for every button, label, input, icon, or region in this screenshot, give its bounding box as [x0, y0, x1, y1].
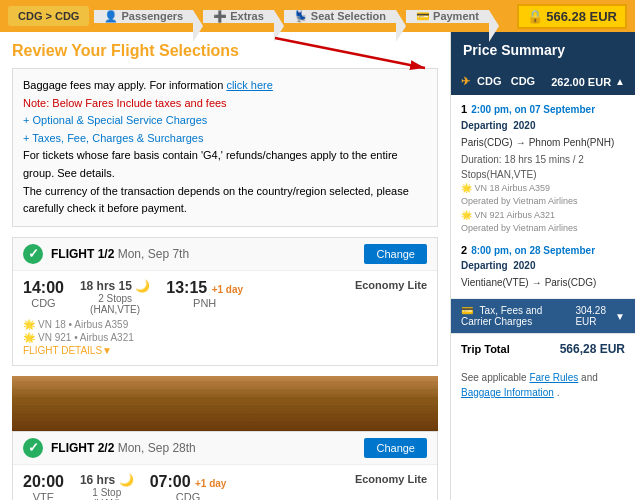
note-surcharges[interactable]: + Taxes, Fee, Charges & Surcharges — [23, 130, 427, 148]
flight-card-2-header: ✓ FLIGHT 2/2 Mon, Sep 28th Change — [13, 432, 437, 465]
nav-step-seat[interactable]: 💺 Seat Selection — [284, 10, 396, 23]
bg-strip-1 — [12, 376, 438, 431]
duration-1: 18 hrs 15 🌙 2 Stops (HAN,VTE) — [80, 279, 150, 315]
fare-type-1: Economy Lite — [355, 279, 427, 291]
arrive-time-2: 07:00 +1 day CDG — [150, 473, 227, 500]
flight-card-1-header: ✓ FLIGHT 1/2 Mon, Sep 7th Change — [13, 238, 437, 271]
expand-tax-arrow[interactable]: ▼ — [615, 311, 625, 322]
flight-2-label: ✓ FLIGHT 2/2 Mon, Sep 28th — [23, 438, 196, 458]
main-content: Review Your Flight Selections Baggage fe… — [0, 32, 635, 500]
page-title: Review Your Flight Selections — [12, 42, 438, 60]
note-currency: The currency of the transaction depends … — [23, 183, 427, 218]
left-panel: Review Your Flight Selections Baggage fe… — [0, 32, 450, 500]
total-price-badge: 🔒 566.28 EUR — [517, 4, 627, 29]
flight-card-2: ✓ FLIGHT 2/2 Mon, Sep 28th Change 20:00 … — [12, 431, 438, 500]
route-line-2: Vientiane(VTE) → Paris(CDG) — [461, 275, 625, 290]
price-summary-panel: Price Summary ✈ CDG CDG 262.00 EUR ▲ — [450, 32, 635, 500]
flight-1-label: ✓ FLIGHT 1/2 Mon, Sep 7th — [23, 244, 189, 264]
flight-1-details: 14:00 CDG 18 hrs 15 🌙 2 Stops (HAN,VTE) … — [13, 271, 437, 365]
flight-details-link-1[interactable]: FLIGHT DETAILS ▼ — [23, 345, 112, 356]
nav-step-extras[interactable]: ➕ Extras — [203, 10, 274, 23]
nav-step-passengers[interactable]: 👤 Passengers — [94, 10, 193, 23]
baggage-fees-link[interactable]: click here — [226, 79, 272, 91]
airline-info-1b: 🌟VN 921 • Airbus A321 — [23, 332, 427, 343]
price-section-body: 1 2:00 pm, on 07 September Departing 202… — [451, 95, 635, 298]
flight-card-1: ✓ FLIGHT 1/2 Mon, Sep 7th Change 14:00 C… — [12, 237, 438, 366]
price-section-flights: ✈ CDG CDG 262.00 EUR ▲ 1 — [451, 68, 635, 299]
flight-2-details: 20:00 VTE 16 hrs 🌙 1 Stop (HAN) 07:00 +1… — [13, 465, 437, 500]
plane-icon: ✈ — [461, 75, 470, 87]
change-flight-1-button[interactable]: Change — [364, 244, 427, 264]
expand-section-arrow[interactable]: ▲ — [615, 76, 625, 87]
note-taxes: Note: Below Fares Include taxes and fees — [23, 95, 427, 113]
trip-total-price: 566,28 EUR — [560, 342, 625, 356]
tax-icon: 💳 — [461, 305, 473, 316]
nav-route: CDG > CDG — [8, 6, 89, 26]
check-icon-2: ✓ — [23, 438, 43, 458]
trip-total-row: Trip Total 566,28 EUR — [451, 333, 635, 364]
baggage-info-link[interactable]: Baggage Information — [461, 387, 554, 398]
nav-step-payment[interactable]: 💳 Payment — [406, 10, 489, 23]
check-icon-1: ✓ — [23, 244, 43, 264]
tax-section[interactable]: 💳 Tax, Fees and Carrier Charges 304.28 E… — [451, 299, 635, 333]
arrive-time-1: 13:15 +1 day PNH — [166, 279, 243, 309]
fare-type-2: Economy Lite — [355, 473, 427, 485]
price-section-header[interactable]: ✈ CDG CDG 262.00 EUR ▲ — [451, 68, 635, 95]
info-box: Baggage fees may apply. For information … — [12, 68, 438, 227]
depart-time-2: 20:00 VTE — [23, 473, 64, 500]
price-summary-title: Price Summary — [451, 32, 635, 68]
change-flight-2-button[interactable]: Change — [364, 438, 427, 458]
note-g4: For tickets whose fare basis contain 'G4… — [23, 147, 427, 182]
top-nav: CDG > CDG 👤 Passengers ➕ Extras 💺 Seat S… — [0, 0, 635, 32]
depart-time-1: 14:00 CDG — [23, 279, 64, 309]
fare-rules-link[interactable]: Fare Rules — [529, 372, 578, 383]
duration-2: 16 hrs 🌙 1 Stop (HAN) — [80, 473, 134, 500]
fare-info: See applicable Fare Rules and Baggage In… — [451, 364, 635, 406]
route-line-1: Paris(CDG) → Phnom Penh(PNH) — [461, 135, 625, 150]
airline-info-1a: 🌟VN 18 • Airbus A359 — [23, 319, 427, 330]
note-optional[interactable]: + Optional & Special Service Charges — [23, 112, 427, 130]
